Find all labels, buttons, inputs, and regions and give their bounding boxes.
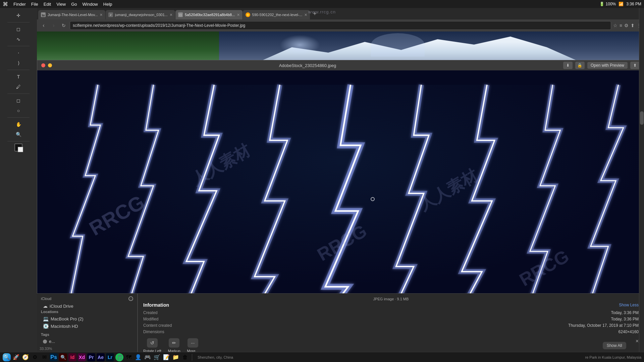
modified-label: Modified [143,317,158,321]
menu-file[interactable]: File [31,2,38,7]
dock-icon-files[interactable]: 📁 [172,353,180,361]
tool-text[interactable]: T [13,72,24,81]
nav-back[interactable]: ‹ [40,21,48,29]
tool-ellipse[interactable]: ○ [13,106,24,115]
info-row-dimensions: Dimensions 6240×4160 [143,329,639,334]
menubar-wifi: 📶 [619,2,624,6]
menu-edit[interactable]: Edit [44,2,51,7]
dock-icon-xd[interactable]: Xd [78,353,86,361]
nav-forward[interactable]: › [50,21,58,29]
markup-button[interactable]: ✏ Markup [168,338,180,353]
dock-icon-photoshop[interactable]: Ps [50,353,58,361]
info-actions: ↺ Rotate Left ✏ Markup ··· More... Show … [143,338,639,353]
reader-icon[interactable]: ≡ [620,23,622,28]
tool-pen[interactable]: 🖊 [13,82,24,92]
address-input[interactable] [70,21,611,30]
window-close-button[interactable] [41,63,45,67]
bookmark-icon[interactable]: ☆ [613,23,618,28]
tool-divider-1 [7,22,30,22]
tab-close-4[interactable]: × [304,12,307,17]
tool-rect-select[interactable]: ◻ [13,24,24,34]
tool-move[interactable]: ✛ [13,11,24,20]
icloud-drive-label: iCloud Drive [50,304,73,309]
dock-icon-aftereffects[interactable]: Ae [97,353,105,361]
tool-zoom[interactable]: 🔍 [13,130,24,139]
dock-icon-notes[interactable]: 📝 [162,353,170,361]
extension-icon[interactable]: ⚙ [624,23,629,28]
tab-jumanji[interactable]: 🎬 Jumanji-The-Next-Level-Mov... × [38,10,105,19]
tool-divider-2 [7,46,30,46]
share-icon[interactable]: ⬆ [631,23,635,28]
dock-icon-contacts[interactable]: 👤 [134,353,142,361]
info-row-modified: Modified Today, 3:36 PM [143,317,639,321]
dock-icon-mail[interactable]: ✉ [40,353,48,361]
tab-close-2[interactable]: × [170,12,172,17]
menubar-right: 🔋 100% 📶 3:36 PM [599,2,641,6]
tab-favicon-1: 🎬 [41,12,46,17]
tab-favicon-4: ⭐ [246,12,250,17]
apple-menu[interactable]: ⌘ [3,1,8,7]
dock-icon-9[interactable]: 🎮 [144,353,152,361]
tool-divider-5 [7,117,30,118]
menu-go[interactable]: Go [71,2,77,7]
dock-icon-spotify[interactable]: 🎵 [115,353,123,361]
dock: 🔍 🚀 🧭 ⚙ ✉ Ps 🔍 Id Xd Pr Ae Lr 🎵 🗺 👤 🎮 🛒 … [0,352,644,362]
tool-rect-shape[interactable]: ◻ [13,96,24,105]
menubar-battery: 🔋 100% [599,2,616,6]
tab-close-3[interactable]: × [237,12,239,17]
tag-label: e... [49,339,55,344]
tool-measure[interactable]: ⟩ [13,58,24,68]
tab-add-button[interactable]: + [310,9,320,18]
jpeg-info: JPEG image · 9.1 MB [143,297,639,301]
dock-status-text: Shenzhen, city, China [198,355,233,359]
dock-icon-safari[interactable]: 🧭 [21,353,30,361]
right-scrollbar[interactable] [639,8,644,352]
scrollbar-thumb-vertical[interactable] [640,111,644,125]
tool-crop[interactable]: ⬝ [13,48,24,58]
nav-refresh[interactable]: ↻ [60,21,68,29]
finder-item-icloud-drive[interactable]: ☁ iCloud Drive [41,302,133,310]
tool-divider-4 [7,94,30,94]
more-button[interactable]: ··· More... [187,338,199,353]
tab-close-1[interactable]: × [100,12,103,17]
menu-view[interactable]: View [56,2,66,7]
locations-section-title: Locations [41,310,133,314]
tab-dwayne[interactable]: J jumanji_dwaynejohnson_0301... × [106,10,175,19]
tool-hand[interactable]: ✋ [13,120,24,129]
show-less-button[interactable]: Show Less [619,303,639,307]
dock-icon-trash[interactable]: 🗑 [181,353,189,361]
tool-lasso[interactable]: ∿ [13,35,24,44]
show-all-button[interactable]: Show All [603,342,626,349]
tags-section-title: Tags [41,333,133,337]
tab-590[interactable]: ⭐ 590-5901202_the-next-level-... × [243,10,310,19]
preview-titlebar: AdobeStock_230254860.jpeg ⬇ 🔒 Open with … [37,60,644,70]
address-bar: ‹ › ↻ ☆ ≡ ⚙ ⬆ ⋮ [37,19,644,32]
dock-icon-finder[interactable]: 🔍 [3,353,11,361]
finder-item-macbook[interactable]: 💻 MacBook Pro (2) [41,315,133,322]
menu-window[interactable]: Window [83,2,98,7]
menu-finder[interactable]: Finder [13,2,26,7]
tool-foreground-color[interactable] [14,143,22,152]
finder-item-macintosh[interactable]: 💽 Macintosh HD [41,322,133,330]
finder-tag-item[interactable]: e... [41,338,133,345]
dimensions-label: Dimensions [143,329,164,334]
preview-tool-download[interactable]: ⬇ [563,62,573,69]
rotate-left-button[interactable]: ↺ Rotate Left [143,338,161,353]
dock-icon-lightroom[interactable]: Lr [106,353,114,361]
dock-icon-launchpad[interactable]: 🚀 [12,353,20,361]
dock-icon-indesign[interactable]: Id [68,353,76,361]
preview-share-button[interactable]: ⬆ [630,62,640,69]
dock-icon-premiere[interactable]: Pr [87,353,95,361]
content-created-value: Thursday, October 17, 2019 at 7:10 PM [568,323,639,328]
dock-icon-maps[interactable]: 🗺 [125,353,133,361]
open-with-preview-button[interactable]: Open with Preview [587,62,628,69]
dock-icon-chrome[interactable]: ⚙ [31,353,39,361]
preview-tool-lock[interactable]: 🔒 [575,62,585,69]
dock-icon-illustrator[interactable]: 🔍 [59,353,67,361]
dock-icon-store[interactable]: 🛒 [153,353,161,361]
tab-5a52[interactable]: □ 5a520d0bc32ae8291a8b4b8... × [175,10,242,19]
window-minimize-button[interactable] [48,63,52,67]
menu-help[interactable]: Help [103,2,112,7]
info-close-button[interactable]: × [636,338,639,353]
top-image-strip [37,32,644,63]
